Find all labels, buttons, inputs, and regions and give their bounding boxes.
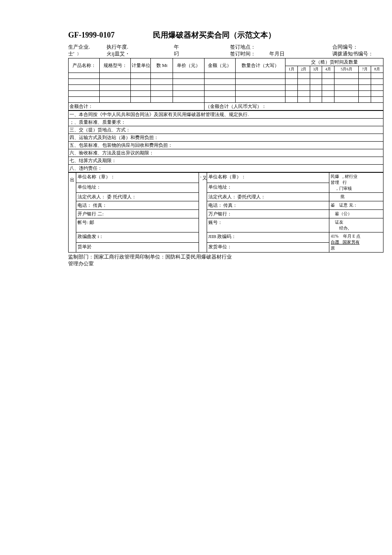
col-m2: 2月 [297,66,310,73]
col-delivery-header: 交（糙）货时间及数量 [285,58,383,66]
sig-right-bank: 万户银行： [207,210,329,218]
sig-right-legal: 法定代表人： 委托代理人： [207,193,329,201]
info-2b: 火ij皿艾・ [107,50,149,57]
table-row [69,79,383,85]
table-row [69,97,383,103]
sig-extra-6: 证友 经办, [329,218,383,232]
doc-title: 民用爆破器材买卖合同（示范文本） [153,30,276,40]
col-price: 单价（元） [173,58,204,73]
footer-line-1: 监制部门：国家工商行政管理局印制单位：国防科工委民用爆破器材行业 [68,253,383,260]
sig-left-addr: 单位地址： [76,183,199,193]
sig-left-legal: 法定代表人： 委 托代理人： [76,193,199,201]
sig-left-acct: 帐号: 邮 [76,218,199,232]
info-line-2: 士' ﹞ 火ij皿艾・ 叼 签订时间： 年月日 调拨通知书编号： [68,50,383,57]
table-row [69,73,383,79]
sig-left-unit: 单位名称（章）： [76,173,199,183]
info-year: 年 [149,44,179,50]
sig-right-phone: 电话： 传真： [207,201,329,210]
col-product: 产品名称： [69,58,100,73]
table-sum-row: 金额合计： （金额合计（人民币大写）： [69,103,383,110]
sig-right-post: JIIB 政编码： [207,232,329,243]
signature-table: 出 关 人 单位名称（章）： ' 又 人 单位名称（章）： 民爆 , 材行业皆埋… [68,172,383,253]
main-table: 产品名称： 规格型号： 计量单位 数 Mt 单价（元） 金额（元） 数量合计（大… [68,58,383,110]
clause-8: 八、违约责任： [69,165,383,172]
clause-5: 五、包装标准、包装物的供应与回收和费用负担： [69,142,383,149]
sig-right-acct: 账号： [207,218,329,232]
clause-4: 四、运输方式及到达站（港）和费用负担： [69,134,383,142]
sig-left-ship: 货单於 [76,242,199,253]
clause-table: 一、本合同按《中华人民共和国合同法》及国家有关民用爆破器材管理法规、规定执行. … [68,110,383,172]
clause-6: 六、验收标准、方法及提出异议的期限： [69,149,383,157]
sig-left-post: 政编曲发 i： [76,232,199,243]
sig-extra-4: 鉴 证意 见： [329,201,383,210]
clause-1: 一、本合同按《中华人民共和国合同法》及国家有关民用爆破器材管理法规、规定执行. [69,111,383,119]
col-unit: 计量单位 [131,58,151,73]
sig-extra-1: 民爆 , 材行业皆埋 行 ，门审核 [329,173,383,193]
sig-extra-3: 批 [329,193,383,201]
sig-right-addr: 单位地址： [207,183,329,193]
clause-3: 三、交（提）货地点、方式： [69,126,383,134]
sig-right-ship: 发货单位： [207,242,329,253]
col-m4: 4月 [322,66,334,73]
sum-right: （金额合计（人民币大写）： [204,103,383,110]
sig-left-phone: 电话： 传真： [76,201,199,210]
clause-2: ；、质量标准、质量要求： [69,119,383,126]
sig-left-bank: 开户银行 二: [76,210,199,218]
info-sign-place: 签订地点： [179,44,256,50]
sig-extra-5: 鉴（公） [329,210,383,218]
table-row [69,91,383,97]
info-exec-year-label: 执行年度. [107,44,149,50]
info-2c: 叼 [149,50,179,57]
col-spec: 规格型号： [100,58,131,73]
col-m1: 1月 [285,66,298,73]
col-m3: 3月 [310,66,322,73]
sum-left: 金额合计： [69,103,205,110]
col-m8: 8月 [371,66,383,73]
sig-right-unit: 单位名称（章）： [207,173,329,183]
info-line-1: 生产企业. 执行年度. 年 签订地点： 合同编号： [68,44,383,50]
side-label-left: 出 关 人 [69,173,76,253]
footer: 监制部门：国家工商行政管理局印制单位：国防科工委民用爆破器材行业 管理办公室 [68,253,383,267]
info-prod-enterprise: 生产企业. [68,44,107,50]
info-2a: 士' ﹞ [68,50,107,57]
info-date: 年月日 [256,50,298,57]
col-m7: 7月 [359,66,371,73]
info-contract-no: 合同编号： [332,44,383,50]
col-amount: 金额（元） [204,58,235,73]
doc-code: GF-1999-0107 [68,31,115,40]
footer-line-2: 管理办公室 [68,260,383,267]
info-dispatch-no: 调拨通知书编号： [332,50,383,57]
clause-7: 七、结算方式及期限： [69,157,383,165]
side-label-mid: ' 又 人 [199,173,207,253]
sig-extra-8: 41% 年月 E 点自愿 国家另有原 [329,232,383,253]
col-qty-total: 数量合计（大写） [235,58,285,73]
info-sign-time: 签订时间： [179,50,256,57]
col-m56: 5月6月 [334,66,359,73]
col-qty: 数 Mt [151,58,173,73]
table-row [69,85,383,91]
